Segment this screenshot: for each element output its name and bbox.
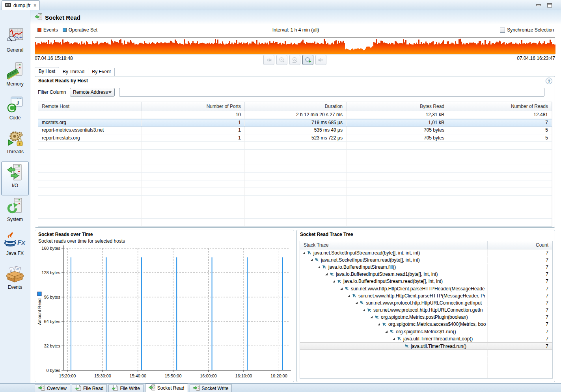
- nav-zoom-in-button[interactable]: [302, 55, 313, 65]
- table-cell: [142, 165, 245, 173]
- close-icon[interactable]: ×: [34, 3, 36, 8]
- table-row[interactable]: report-metrics.essentials3.net1535 ms 49…: [38, 126, 552, 134]
- stack-frame-row[interactable]: java.net.SocketInputStream.read(byte[], …: [300, 249, 552, 256]
- table-cell: [38, 150, 142, 157]
- expand-icon[interactable]: [385, 330, 388, 333]
- column-header[interactable]: Bytes Read: [347, 102, 448, 111]
- bottom-tab-socket-write[interactable]: Socket Write: [190, 384, 232, 392]
- nav-back-button[interactable]: [263, 55, 274, 65]
- column-header[interactable]: Stack Trace: [300, 241, 488, 249]
- stack-frame-row[interactable]: org.spigotmc.Metrics.access$400(Metrics,…: [300, 321, 552, 328]
- file-write-icon: [112, 385, 118, 392]
- bottom-tab-socket-read[interactable]: Socket Read: [145, 383, 188, 392]
- sidebar-item-system[interactable]: System: [1, 195, 29, 229]
- stack-frame-row[interactable]: org.spigotmc.Metrics$1.run()7: [300, 328, 552, 335]
- sidebar-item-general[interactable]: General: [1, 26, 29, 60]
- bottom-tabbar: OverviewFile ReadFile WriteSocket ReadSo…: [0, 383, 561, 392]
- tab-by-thread[interactable]: By Thread: [59, 68, 88, 76]
- stack-frame-row[interactable]: sun.net.www.protocol.http.HttpURLConnect…: [300, 299, 552, 307]
- sidebar-item-javafx[interactable]: FxJava FX: [1, 229, 29, 263]
- filter-column-dropdown[interactable]: Remote Address: [70, 88, 115, 97]
- stack-frame-icon: [352, 294, 356, 298]
- table-cell: [38, 188, 142, 195]
- stack-frame-row[interactable]: java.util.TimerThread.mainLoop()7: [300, 335, 552, 342]
- stack-frame-icon: [360, 301, 364, 305]
- filter-input[interactable]: [119, 88, 544, 97]
- sidebar-item-threads[interactable]: Threads: [1, 128, 29, 162]
- nav-forward-button[interactable]: [315, 55, 326, 65]
- table-cell: 10: [142, 111, 245, 119]
- expand-icon[interactable]: [392, 337, 395, 340]
- bottom-tab-overview[interactable]: Overview: [35, 384, 70, 392]
- nav-zoom-out-full-button[interactable]: [289, 55, 300, 65]
- table-cell: [142, 150, 245, 157]
- stack-frame-row[interactable]: java.io.BufferedInputStream.fill()7: [300, 264, 552, 271]
- stack-frame-label: java.io.BufferedInputStream.fill(): [328, 264, 396, 270]
- table-cell: [142, 173, 245, 180]
- expand-icon[interactable]: [362, 308, 365, 312]
- column-header[interactable]: Number of Ports: [142, 102, 245, 111]
- file-tab-dump-jfr[interactable]: dump.jfr ×: [2, 0, 40, 10]
- table-cell: report-metrics.essentials3.net: [38, 126, 142, 134]
- expand-icon[interactable]: [302, 251, 306, 255]
- table-row[interactable]: report.mcstats.org1523 ms 722 µs705 byte…: [38, 134, 552, 142]
- expand-icon[interactable]: [310, 258, 313, 262]
- threads-icon: [4, 129, 26, 148]
- expand-icon[interactable]: [332, 280, 335, 283]
- sidebar-item-code[interactable]: JCode: [1, 94, 29, 128]
- sidebar-item-label: Events: [8, 284, 22, 290]
- stack-frame-row[interactable]: sun.net.www.http.HttpClient.parseHTTPHea…: [300, 285, 552, 292]
- expand-icon[interactable]: [325, 273, 328, 276]
- nav-zoom-out-button[interactable]: [276, 55, 287, 65]
- table-cell: [38, 157, 142, 165]
- stack-frame-row[interactable]: java.io.BufferedInputStream.read1(byte[]…: [300, 271, 552, 278]
- expand-icon[interactable]: [377, 323, 380, 326]
- stack-frame-icon: [367, 308, 371, 312]
- expand-icon[interactable]: [355, 301, 358, 305]
- count-cell: 7: [488, 321, 552, 328]
- count-cell: [488, 350, 552, 357]
- table-row[interactable]: mcstats.org1719 ms 685 µs1,01 kB7: [38, 119, 552, 127]
- stack-frame-row[interactable]: java.util.TimerThread.run()7: [300, 342, 552, 349]
- stack-frame-label: java.util.TimerThread.mainLoop(): [403, 336, 473, 342]
- stack-frame-row[interactable]: org.spigotmc.Metrics.postPlugin(boolean)…: [300, 314, 552, 321]
- stack-frame-row[interactable]: java.net.SocketInputStream.read(byte[], …: [300, 256, 552, 264]
- interval-label: Interval: 1 h 4 min (all): [197, 27, 394, 33]
- table-cell: [245, 211, 347, 219]
- bottom-tab-file-read[interactable]: File Read: [72, 384, 107, 392]
- table-cell: [38, 165, 142, 173]
- stack-frame-row[interactable]: sun.net.www.protocol.http.HttpURLConnect…: [300, 307, 552, 314]
- table-header: Stack TraceCount: [300, 241, 552, 249]
- count-cell: 7: [488, 299, 552, 306]
- help-icon[interactable]: ?: [546, 78, 552, 84]
- minimize-button[interactable]: [535, 3, 542, 7]
- sidebar-item-events[interactable]: Events: [1, 263, 29, 297]
- column-header[interactable]: Count: [488, 241, 552, 249]
- tab-by-host[interactable]: By Host: [35, 67, 59, 76]
- column-header[interactable]: Number of Reads: [448, 102, 552, 111]
- table-cell: [448, 157, 552, 165]
- sidebar-item-memory[interactable]: Memory: [1, 60, 29, 94]
- maximize-button[interactable]: [546, 3, 553, 7]
- javafx-icon: Fx: [4, 231, 26, 250]
- table-row[interactable]: 102 h 12 min 20 s 27 ms12,31 kB12.481: [38, 111, 552, 119]
- svg-text:15:40:00: 15:40:00: [129, 373, 146, 378]
- tab-by-event[interactable]: By Event: [88, 68, 115, 76]
- table-cell: [245, 142, 347, 149]
- stack-frame-row[interactable]: sun.net.www.http.HttpClient.parseHTTP(Me…: [300, 292, 552, 299]
- events-timeline-chart[interactable]: [35, 37, 555, 54]
- expand-icon[interactable]: [340, 287, 343, 290]
- expand-icon[interactable]: [317, 266, 321, 269]
- bottom-tab-file-write[interactable]: File Write: [108, 384, 143, 392]
- expand-icon[interactable]: [370, 316, 373, 319]
- sidebar-item-io[interactable]: I/O: [1, 162, 29, 195]
- expand-icon[interactable]: [347, 294, 350, 297]
- count-cell: [488, 364, 552, 371]
- stack-frame-row[interactable]: java.io.BufferedInputStream.read(byte[],…: [300, 278, 552, 285]
- synchronize-selection-checkbox[interactable]: [500, 28, 505, 33]
- column-header[interactable]: Duration: [245, 102, 347, 111]
- table-cell: [347, 188, 448, 195]
- column-header[interactable]: Remote Host: [38, 102, 142, 111]
- table-cell: [347, 196, 448, 203]
- table-cell: [245, 150, 347, 157]
